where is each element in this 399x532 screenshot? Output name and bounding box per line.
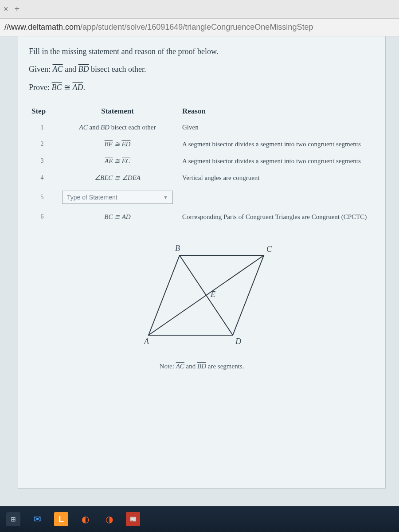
header-step: Step: [29, 103, 55, 119]
step-number: 5: [29, 186, 55, 208]
url-text: //www.deltamath.com/app/student/solve/16…: [4, 23, 313, 32]
vertex-label-C: C: [266, 245, 272, 254]
geometry-figure: A B C D E Note: AC and BD are segments.: [29, 238, 375, 370]
table-row: 6 BC ≅ AD Corresponding Parts of Congrue…: [29, 208, 375, 225]
statement-cell: BE ≅ ED: [55, 136, 180, 153]
problem-prompt: Fill in the missing statement and reason…: [29, 44, 375, 94]
news-icon[interactable]: 📰: [126, 512, 140, 526]
problem-card: Fill in the missing statement and reason…: [18, 36, 386, 489]
figure-svg: A B C D E: [122, 238, 282, 353]
vertex-label-D: D: [235, 337, 241, 346]
table-row: 2 BE ≅ ED A segment bisector divides a s…: [29, 136, 375, 153]
tab-strip: × +: [0, 0, 399, 19]
figure-note: Note: AC and BD are segments.: [29, 363, 375, 370]
step-number: 3: [29, 153, 55, 169]
reason-cell: A segment bisector divides a segment int…: [180, 136, 375, 153]
header-statement: Statement: [55, 103, 180, 119]
proof-table: Step Statement Reason 1 AC and BD bisect…: [29, 103, 375, 225]
table-row: 4 ∠BEC ≅ ∠DEA Vertical angles are congru…: [29, 169, 375, 186]
mail-icon[interactable]: ✉: [30, 512, 44, 526]
vertex-label-E: E: [210, 290, 215, 299]
reason-cell: A segment bisector divides a segment int…: [180, 153, 375, 169]
table-row: 1 AC and BD bisect each other Given: [29, 119, 375, 136]
office-icon[interactable]: ◑: [102, 512, 116, 526]
app-l-icon[interactable]: L: [54, 512, 68, 526]
store-icon[interactable]: ⊞: [6, 512, 20, 526]
instruction-text: Fill in the missing statement and reason…: [29, 44, 375, 59]
reason-cell: Given: [180, 119, 375, 136]
taskbar: ⊞ ✉ L ◐ ◑ 📰: [0, 506, 399, 532]
given-text: Given: AC and BD bisect each other.: [29, 62, 375, 76]
step-number: 1: [29, 119, 55, 136]
statement-type-dropdown[interactable]: Type of Statement ▼: [62, 191, 173, 204]
svg-line-2: [180, 255, 233, 335]
page-background: Fill in the missing statement and reason…: [0, 36, 399, 506]
reason-cell: Corresponding Parts of Congruent Triangl…: [180, 208, 375, 225]
table-header-row: Step Statement Reason: [29, 103, 375, 119]
dropdown-placeholder: Type of Statement: [67, 194, 117, 201]
reason-cell: Vertical angles are congruent: [180, 169, 375, 186]
table-row: 3 AE ≅ EC A segment bisector divides a s…: [29, 153, 375, 169]
close-tab-icon[interactable]: ×: [4, 4, 8, 14]
step-number: 2: [29, 136, 55, 153]
statement-cell[interactable]: Type of Statement ▼: [55, 186, 180, 208]
statement-cell: AC and BD bisect each other: [55, 119, 180, 136]
step-number: 6: [29, 208, 55, 225]
statement-cell: BC ≅ AD: [55, 208, 180, 225]
new-tab-icon[interactable]: +: [15, 4, 20, 14]
header-reason: Reason: [180, 103, 375, 119]
statement-cell: AE ≅ EC: [55, 153, 180, 169]
vertex-label-A: A: [144, 337, 149, 346]
powerpoint-icon[interactable]: ◐: [78, 512, 92, 526]
chevron-down-icon: ▼: [163, 195, 168, 200]
vertex-label-B: B: [175, 244, 180, 253]
reason-cell: [180, 186, 375, 208]
table-row: 5 Type of Statement ▼: [29, 186, 375, 208]
step-number: 4: [29, 169, 55, 186]
prove-text: Prove: BC ≅ AD.: [29, 80, 375, 94]
statement-cell: ∠BEC ≅ ∠DEA: [55, 169, 180, 186]
address-bar[interactable]: //www.deltamath.com/app/student/solve/16…: [0, 19, 399, 36]
